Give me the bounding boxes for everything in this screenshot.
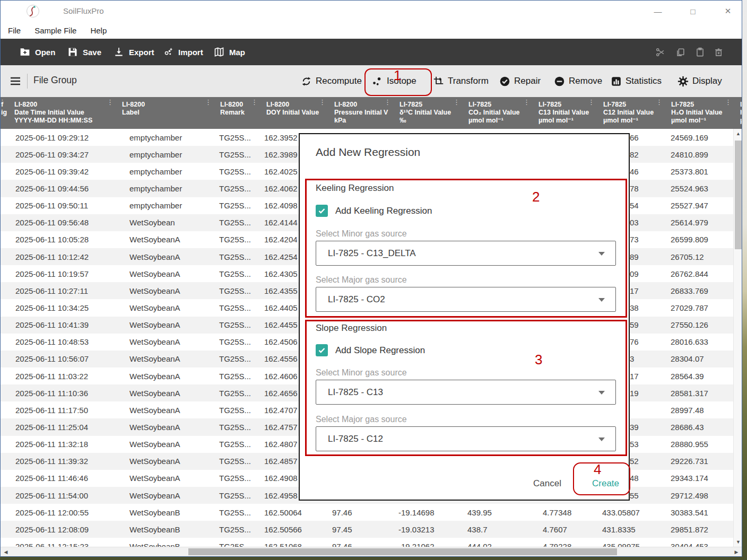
scroll-up-icon[interactable]: ▲: [734, 129, 742, 138]
transform-button[interactable]: Transform: [433, 65, 489, 97]
maximize-icon[interactable]: □: [685, 4, 700, 19]
cell-c12: 433.05807: [596, 508, 664, 517]
create-button[interactable]: Create: [592, 478, 619, 489]
table-row[interactable]: 2025-06-11 12:08:09WetSoybeanBTG25S...16…: [1, 521, 733, 538]
export-button[interactable]: Export: [114, 39, 154, 65]
cell-label: WetSoybeanA: [115, 286, 213, 295]
menu-item-file[interactable]: File: [8, 26, 21, 35]
cell-c13: 4.77348: [531, 508, 596, 517]
column-header-10[interactable]: ⋮LI-7825H₂O Initial Valueµmol mol⁻¹: [664, 97, 733, 129]
horizontal-scrollbar[interactable]: ◀ ▶: [1, 547, 742, 556]
column-menu-icon[interactable]: ⋮: [523, 99, 530, 106]
column-menu-icon[interactable]: ⋮: [725, 99, 732, 106]
cell-remark: TG25S...: [213, 508, 259, 517]
cancel-button[interactable]: Cancel: [533, 478, 561, 489]
cell-remark: TG25S...: [213, 474, 259, 483]
column-menu-icon[interactable]: ⋮: [319, 99, 326, 106]
column-header-11[interactable]: LIHµ: [733, 97, 742, 129]
keeling-checkbox-label: Add Keeling Regression: [335, 206, 432, 216]
keeling-checkbox[interactable]: [316, 205, 328, 217]
column-header-8[interactable]: ⋮LI-7825C13 Initial Valueµmol mol⁻¹: [531, 97, 596, 129]
column-menu-icon[interactable]: ⋮: [384, 99, 391, 106]
column-menu-icon[interactable]: ⋮: [1, 99, 6, 106]
cell-doy: 162.50566: [259, 525, 327, 534]
cell-h2o: 29226.731: [664, 457, 733, 466]
cell-remark: TG25S...: [213, 525, 259, 534]
cell-h2o: 24810.899: [664, 150, 733, 159]
cell-label: WetSoybeanA: [115, 423, 213, 432]
column-header-4[interactable]: ⋮LI-8200DOY Initial Value: [259, 97, 327, 129]
slope-minor-select[interactable]: LI-7825 - C13: [316, 380, 616, 405]
statistics-button[interactable]: Statistics: [611, 65, 662, 97]
cell-label: WetSoybeanA: [115, 457, 213, 466]
column-menu-icon[interactable]: ⋮: [656, 99, 663, 106]
cell-label: WetSoybeanA: [115, 354, 213, 363]
cell-h2o: 25373.801: [664, 167, 733, 176]
dialog-title: Add New Regression: [316, 146, 420, 159]
column-header-9[interactable]: ⋮LI-7825C12 Initial Valueµmol mol⁻¹: [596, 97, 664, 129]
cell-co2: 439.95: [461, 508, 531, 517]
keeling-minor-select[interactable]: LI-7825 - C13_DELTA: [316, 241, 616, 266]
paste-icon[interactable]: [695, 39, 705, 65]
cell-label: emptychamber: [115, 167, 213, 176]
divider: [27, 74, 28, 89]
cell-dt: 2025-06-11 10:19:57: [7, 269, 115, 278]
cell-h2o: 28304.07: [664, 354, 733, 363]
menu-item-help[interactable]: Help: [90, 26, 107, 35]
isotope-button[interactable]: Isotope: [372, 65, 416, 97]
scroll-left-icon[interactable]: ◀: [2, 547, 10, 556]
remove-button[interactable]: Remove: [554, 65, 602, 97]
cell-dt: 2025-06-11 12:08:09: [7, 525, 115, 534]
column-menu-icon[interactable]: ⋮: [205, 99, 212, 106]
column-header-2[interactable]: ⋮LI-8200Label: [115, 97, 213, 129]
column-menu-icon[interactable]: ⋮: [251, 99, 258, 106]
display-button[interactable]: Display: [677, 65, 722, 97]
column-menu-icon[interactable]: ⋮: [588, 99, 595, 106]
cut-icon[interactable]: [655, 39, 665, 65]
scroll-right-icon[interactable]: ▶: [732, 547, 741, 556]
column-menu-icon[interactable]: ⋮: [107, 99, 114, 106]
hamburger-menu-icon[interactable]: [9, 75, 22, 88]
column-header-0[interactable]: ⋮fig: [1, 97, 7, 129]
cell-d13c: -19.21062: [392, 542, 461, 547]
scroll-down-icon[interactable]: ▼: [734, 538, 742, 546]
cell-h2o: 25524.963: [664, 184, 733, 193]
open-button[interactable]: Open: [20, 39, 55, 65]
column-menu-icon[interactable]: ⋮: [453, 99, 460, 106]
cell-remark: TG25S...: [213, 354, 259, 363]
delete-icon[interactable]: [714, 39, 724, 65]
recompute-button[interactable]: Recompute: [301, 65, 362, 97]
cell-remark: TG25S...: [213, 133, 259, 142]
window-controls: —□✕: [650, 1, 735, 22]
minimize-icon[interactable]: —: [650, 4, 665, 19]
save-button[interactable]: Save: [67, 39, 101, 65]
vertical-scrollbar[interactable]: ▲ ▼: [733, 129, 742, 547]
cell-doy: 162.50064: [259, 508, 327, 517]
screen: SoilFluxPro —□✕ FileSample FileHelp Open…: [0, 0, 747, 560]
slope-major-select[interactable]: LI-7825 - C12: [316, 426, 616, 451]
app-logo-icon: [26, 4, 40, 18]
repair-button[interactable]: Repair: [499, 65, 541, 97]
close-icon[interactable]: ✕: [720, 4, 735, 19]
vertical-scroll-thumb[interactable]: [735, 141, 742, 249]
column-header-7[interactable]: ⋮LI-7825CO₂ Initial Valueµmol mol⁻¹: [461, 97, 531, 129]
keeling-major-select[interactable]: LI-7825 - CO2: [316, 287, 616, 312]
import-button[interactable]: Import: [163, 39, 203, 65]
cell-h2o: 25614.979: [664, 218, 733, 227]
column-header-5[interactable]: ⋮LI-8200Pressure Initial VkPa: [327, 97, 392, 129]
column-header-6[interactable]: ⋮LI-7825δ¹³C Initial Value‰: [392, 97, 461, 129]
table-row[interactable]: 2025-06-11 12:15:23WetSoybeanBTG25S...16…: [1, 538, 733, 547]
menu-item-sample-file[interactable]: Sample File: [34, 26, 76, 35]
column-header-3[interactable]: ⋮LI-8200Remark: [213, 97, 259, 129]
table-row[interactable]: 2025-06-11 12:00:55WetSoybeanBTG25S...16…: [1, 504, 733, 521]
horizontal-scroll-thumb[interactable]: [188, 548, 617, 555]
cell-dt: 2025-06-11 12:00:55: [7, 508, 115, 517]
cell-label: WetSoybeanB: [115, 542, 213, 547]
cell-remark: TG25S...: [213, 491, 259, 500]
column-header-1[interactable]: ⋮LI-8200Date Time Initial ValueYYYY-MM-D…: [7, 97, 115, 129]
copy-icon[interactable]: [675, 39, 685, 65]
cell-label: WetSoybeanA: [115, 337, 213, 346]
map-button[interactable]: Map: [214, 39, 245, 65]
slope-checkbox[interactable]: [316, 344, 328, 356]
cell-remark: TG25S...: [213, 440, 259, 449]
